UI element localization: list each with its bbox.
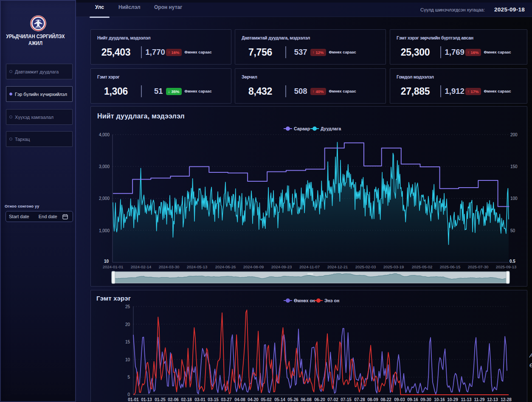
svg-text:2025-06-15: 2025-06-15: [440, 264, 461, 269]
svg-text:2024-06-26: 2024-06-26: [215, 264, 236, 269]
svg-text:2024-01-01: 2024-01-01: [103, 264, 124, 269]
svg-text:10: 10: [104, 259, 109, 264]
svg-text:50: 50: [510, 228, 515, 233]
svg-text:10-16: 10-16: [434, 397, 445, 402]
svg-text:2,000: 2,000: [99, 196, 110, 201]
svg-text:2024-05-13: 2024-05-13: [187, 264, 208, 269]
svg-text:2024-02-14: 2024-02-14: [131, 264, 152, 269]
svg-text:11-13: 11-13: [461, 397, 471, 402]
svg-text:05-26: 05-26: [287, 397, 298, 402]
svg-text:08-09: 08-09: [367, 397, 378, 402]
svg-text:2024-03-30: 2024-03-30: [159, 264, 180, 269]
svg-text:Сараар: Сараар: [294, 126, 310, 131]
svg-text:150: 150: [510, 164, 518, 169]
svg-text:20: 20: [125, 322, 130, 327]
svg-text:4,000: 4,000: [99, 132, 110, 137]
svg-text:03-27: 03-27: [221, 397, 232, 402]
svg-text:07-15: 07-15: [341, 397, 352, 402]
svg-text:2024-08-09: 2024-08-09: [243, 264, 264, 269]
svg-text:07-28: 07-28: [354, 397, 365, 402]
svg-text:2025-07-30: 2025-07-30: [468, 264, 489, 269]
svg-text:11-29: 11-29: [474, 397, 484, 402]
svg-text:06-20: 06-20: [314, 397, 325, 402]
svg-text:2025-09-13: 2025-09-13: [496, 264, 517, 269]
svg-text:100: 100: [510, 196, 518, 201]
svg-text:Өмнөх он: Өмнөх он: [294, 298, 315, 303]
svg-text:03-15: 03-15: [208, 397, 219, 402]
svg-text:POLICE: POLICE: [35, 27, 42, 28]
svg-text:06-08: 06-08: [301, 397, 312, 402]
svg-text:2024-09-23: 2024-09-23: [271, 264, 292, 269]
svg-text:02-18: 02-18: [181, 397, 192, 402]
svg-text:2025-02-03: 2025-02-03: [355, 264, 376, 269]
svg-text:12-28: 12-28: [501, 397, 512, 402]
svg-text:0.5: 0.5: [509, 259, 515, 264]
svg-text:10: 10: [125, 357, 130, 362]
svg-text:08-22: 08-22: [380, 397, 391, 402]
svg-text:3,000: 3,000: [99, 164, 110, 169]
svg-text:03-01: 03-01: [194, 397, 205, 402]
svg-text:09-30: 09-30: [420, 397, 431, 402]
svg-text:1,000: 1,000: [99, 228, 110, 233]
svg-text:04-08: 04-08: [234, 397, 245, 402]
svg-text:04-20: 04-20: [248, 397, 259, 402]
svg-text:05-14: 05-14: [274, 397, 285, 402]
svg-text:Дуудлага: Дуудлага: [321, 126, 341, 131]
svg-text:2024-11-07: 2024-11-07: [299, 264, 320, 269]
svg-text:05-02: 05-02: [261, 397, 272, 402]
svg-text:200: 200: [510, 132, 518, 137]
svg-text:01-25: 01-25: [155, 397, 166, 402]
svg-text:07-02: 07-02: [327, 397, 338, 402]
svg-text:15: 15: [125, 340, 130, 344]
svg-text:09-16: 09-16: [407, 397, 418, 402]
svg-text:01-13: 01-13: [141, 397, 152, 402]
svg-text:25: 25: [125, 304, 130, 309]
svg-text:01-01: 01-01: [128, 397, 139, 402]
svg-text:12-13: 12-13: [487, 397, 498, 402]
svg-text:10-29: 10-29: [447, 397, 458, 402]
svg-text:09-03: 09-03: [394, 397, 405, 402]
svg-text:2024-12-21: 2024-12-21: [327, 264, 348, 269]
svg-text:0: 0: [127, 392, 130, 397]
svg-text:2025-03-19: 2025-03-19: [383, 264, 404, 269]
svg-text:Энэ он: Энэ он: [324, 298, 339, 303]
svg-text:02-06: 02-06: [168, 397, 179, 402]
svg-text:5: 5: [127, 375, 130, 380]
svg-text:2025-05-02: 2025-05-02: [412, 264, 433, 269]
